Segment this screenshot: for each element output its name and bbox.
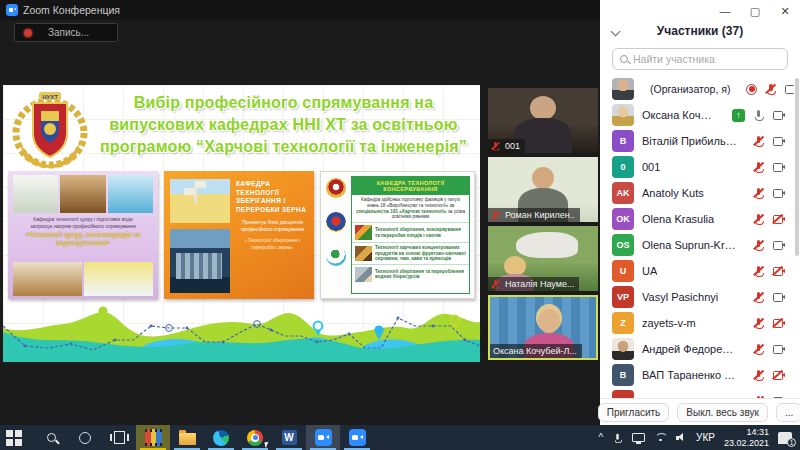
start-button[interactable]	[0, 425, 34, 450]
language-indicator[interactable]: УКР	[696, 432, 715, 443]
speaker-icon[interactable]	[676, 433, 687, 443]
minimize-button[interactable]: —	[710, 5, 740, 17]
participant-row[interactable]: В Віталій Прибильський	[600, 128, 794, 154]
camera-status-icon[interactable]	[772, 239, 786, 251]
participant-row[interactable]: Андрей Федоренко	[600, 336, 794, 362]
camera-status-icon[interactable]	[772, 265, 786, 277]
camera-status-icon[interactable]	[772, 187, 786, 199]
task-view-button[interactable]	[102, 425, 136, 450]
avatar	[612, 338, 634, 360]
food-images-strip-bottom	[13, 262, 153, 296]
tray-mic-icon[interactable]	[613, 432, 622, 442]
camera-status-icon[interactable]	[772, 161, 786, 173]
mic-status-icon[interactable]	[753, 265, 764, 277]
more-options-button[interactable]: ...	[776, 403, 800, 422]
participant-role: (Организатор, я)	[650, 83, 730, 95]
participant-name: Anatoly Kuts	[642, 187, 704, 199]
participant-row[interactable]: OS Olena Suprun-Krestova	[600, 232, 794, 258]
mic-status-icon[interactable]	[753, 343, 764, 355]
taskbar-zoom-home[interactable]	[340, 425, 374, 450]
window-title: Zoom Конференция	[23, 4, 120, 16]
camera-status-icon[interactable]	[772, 213, 786, 225]
taskbar-media-app[interactable]	[136, 425, 170, 450]
card-grain-department: КАФЕДРА ТЕХНОЛОГІЇ ЗБЕРІГАННЯ І ПЕРЕРОБК…	[164, 171, 314, 299]
mic-status-icon[interactable]	[753, 213, 764, 225]
sugar-image	[60, 175, 105, 213]
camera-status-icon[interactable]	[772, 343, 786, 355]
search-box[interactable]	[612, 48, 788, 70]
participant-row[interactable]: Оксана Кочубей-Литвине... ↑	[600, 102, 794, 128]
camera-status-icon[interactable]	[784, 83, 794, 95]
taskbar-edge[interactable]	[204, 425, 238, 450]
taskbar-word[interactable]: W	[272, 425, 306, 450]
taskbar-search[interactable]	[34, 425, 68, 450]
zoom-app-window: Zoom Конференция Запись... НУХТ Вибір пр…	[0, 0, 800, 450]
mic-status-icon[interactable]	[753, 317, 764, 329]
chrome-icon	[247, 430, 263, 446]
camera-status-icon[interactable]	[772, 369, 786, 381]
recording-status-icon	[746, 84, 757, 95]
mic-muted-icon	[491, 141, 500, 151]
invite-button[interactable]: Пригласить	[598, 403, 670, 422]
windmill-image	[170, 179, 230, 223]
search-input[interactable]	[633, 53, 780, 65]
taskbar-chrome[interactable]	[238, 425, 272, 450]
panel-window-controls: — ▢ ✕	[710, 0, 800, 22]
participant-row[interactable]: AK Anatoly Kuts	[600, 180, 794, 206]
chevron-down-icon[interactable]	[611, 27, 621, 37]
participant-name: ВАП Тараненко Олександр	[642, 369, 737, 381]
taskbar-zoom-meeting[interactable]	[306, 425, 340, 450]
mic-status-icon[interactable]	[753, 187, 764, 199]
cursor-icon	[264, 442, 269, 449]
task-view-icon	[114, 431, 125, 444]
film-icon	[145, 429, 162, 446]
camera-status-icon[interactable]	[772, 291, 786, 303]
food-images-strip	[13, 175, 153, 213]
scrollbar[interactable]	[795, 78, 799, 256]
participant-row[interactable]: OK Olena Krasulia	[600, 206, 794, 232]
participant-row[interactable]: VP Vasyl Pasichnyi	[600, 284, 794, 310]
camera-status-icon[interactable]	[772, 135, 786, 147]
participant-row[interactable]: Роман К... (Организатор, я)	[600, 76, 794, 102]
mute-all-button[interactable]: Выкл. весь звук	[677, 403, 768, 422]
mic-status-icon[interactable]	[753, 291, 764, 303]
video-thumbnail-active-speaker[interactable]: Оксана Кочубей-Л...	[488, 295, 598, 360]
mic-status-icon[interactable]	[753, 109, 764, 121]
participant-name: Olena Krasulia	[642, 213, 714, 225]
clock[interactable]: 14:31 23.02.2021	[724, 427, 769, 449]
card2-line2: «Технології зберігання і переробки зерна…	[236, 237, 309, 250]
mic-status-icon[interactable]	[753, 135, 764, 147]
camera-status-icon[interactable]	[772, 109, 786, 121]
taskbar-file-explorer[interactable]	[170, 425, 204, 450]
screen-share-icon: ↑	[732, 109, 745, 122]
horse-painting	[516, 232, 578, 258]
university-emblem: НУХТ	[11, 89, 89, 169]
participant-row[interactable]: 0 001	[600, 154, 794, 180]
mic-status-icon[interactable]	[753, 369, 764, 381]
windows-logo-icon	[6, 430, 13, 437]
video-name-label: Оксана Кочубей-Л...	[490, 344, 582, 358]
camera-status-icon[interactable]	[772, 317, 786, 329]
notifications-icon[interactable]: 1	[778, 432, 792, 444]
video-thumbnail[interactable]: 001	[488, 88, 598, 153]
participant-name: Olena Suprun-Krestova	[642, 239, 737, 251]
water-image	[108, 175, 153, 213]
cortana-button[interactable]	[68, 425, 102, 450]
card-sugar-department: Кафедра технології цукру і підготовки во…	[8, 171, 158, 299]
mic-status-icon[interactable]	[765, 83, 776, 95]
participant-row[interactable]: U UA	[600, 258, 794, 284]
maximize-button[interactable]: ▢	[740, 5, 770, 18]
zoom-icon	[315, 429, 332, 446]
video-thumbnail[interactable]: Наталія Науме...	[488, 226, 598, 291]
recording-indicator[interactable]: Запись...	[14, 23, 118, 42]
close-button[interactable]: ✕	[770, 5, 800, 18]
tray-expand-icon[interactable]: ^	[598, 432, 603, 443]
participant-row[interactable]: Z zayets-v-m	[600, 310, 794, 336]
video-thumbnail[interactable]: Роман Кирилен..	[488, 157, 598, 222]
participant-row[interactable]: В ВАП Тараненко Олександр	[600, 362, 794, 388]
mic-status-icon[interactable]	[753, 239, 764, 251]
mic-status-icon[interactable]	[753, 161, 764, 173]
wifi-icon[interactable]	[654, 433, 667, 443]
tray-display-icon[interactable]	[632, 433, 645, 442]
svg-text:НУХТ: НУХТ	[42, 94, 58, 100]
